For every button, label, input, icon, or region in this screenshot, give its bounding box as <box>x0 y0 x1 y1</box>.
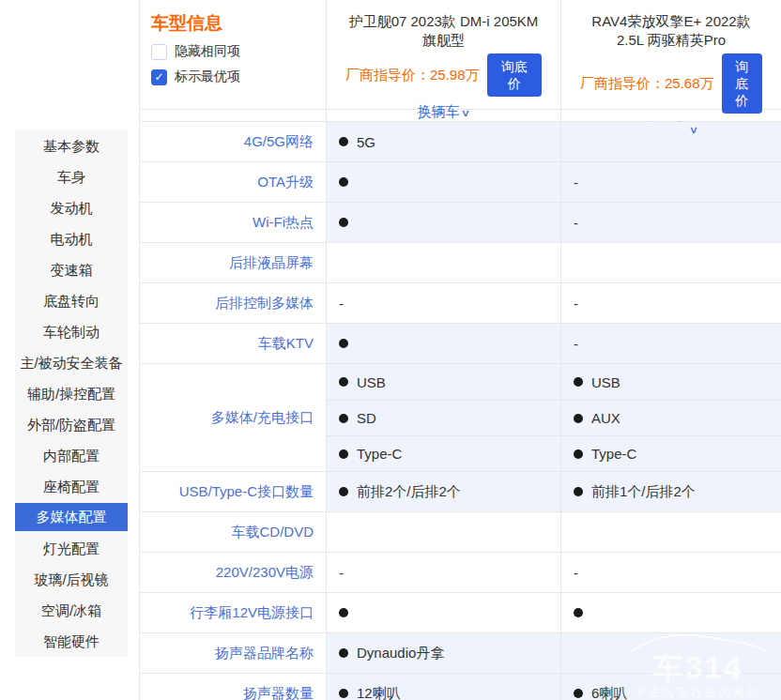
spec-value-cell: 12喇叭 <box>327 674 561 700</box>
bullet-dot-icon <box>339 414 348 423</box>
spec-value-cell <box>327 162 561 202</box>
spec-row-label[interactable]: 4G/5G网络 <box>140 122 327 161</box>
spec-value-cell <box>327 512 561 552</box>
bullet-dot-icon <box>339 177 348 187</box>
spec-row: 多媒体/充电接口USBSDType-CUSBAUXType-C <box>140 364 781 472</box>
spec-row: OTA升级- <box>140 162 781 203</box>
spec-value-cell: - <box>561 553 781 592</box>
spec-value-cell <box>561 633 781 673</box>
spec-value-cell <box>561 122 781 161</box>
checkbox-icon[interactable]: ✓ <box>151 44 167 60</box>
inquiry-price-button[interactable]: 询底价 <box>487 53 542 97</box>
spec-row-label[interactable]: 行李厢12V电源接口 <box>140 593 327 632</box>
hide-same-items-checkbox[interactable]: ✓ 隐藏相同项 <box>151 43 314 60</box>
spec-value-cell: USB <box>327 364 561 400</box>
spec-value-text: - <box>574 215 578 231</box>
sidebar-item-0[interactable]: 基本参数 <box>15 130 128 161</box>
sidebar-item-9[interactable]: 外部/防盗配置 <box>15 409 128 440</box>
sidebar-item-11[interactable]: 座椅配置 <box>15 471 128 502</box>
chevron-down-icon: ∨ <box>461 107 470 119</box>
category-sidebar: 基本参数车身发动机电动机变速箱底盘转向车轮制动主/被动安全装备辅助/操控配置外部… <box>15 130 128 657</box>
spec-value-text: - <box>574 296 578 312</box>
car-name: RAV4荣放双擎E+ 2022款 2.5L 两驱精英Pro <box>580 12 762 50</box>
spec-row: 车载CD/DVD <box>140 512 781 553</box>
bullet-dot-icon <box>339 449 348 459</box>
spec-row: 行李厢12V电源接口 <box>140 593 781 633</box>
mark-best-items-checkbox[interactable]: ✓ 标示最优项 <box>151 68 314 85</box>
spec-row-label[interactable]: Wi-Fi热点 <box>140 203 327 242</box>
spec-row: USB/Type-C接口数量前排2个/后排2个前排1个/后排2个 <box>140 472 781 512</box>
sidebar-item-13[interactable]: 灯光配置 <box>15 533 128 564</box>
spec-value-cell: AUX <box>561 400 781 435</box>
spec-value-text: Type-C <box>357 446 402 462</box>
bullet-dot-icon <box>339 137 348 146</box>
sidebar-item-7[interactable]: 主/被动安全装备 <box>15 347 128 378</box>
spec-value-cell <box>327 203 561 242</box>
spec-row-label[interactable]: 后排控制多媒体 <box>140 283 327 323</box>
spec-row-label[interactable]: 多媒体/充电接口 <box>140 364 327 471</box>
spec-value-text: AUX <box>591 410 620 426</box>
sidebar-item-1[interactable]: 车身 <box>15 161 128 192</box>
spec-value-text: 前排2个/后排2个 <box>357 483 461 501</box>
spec-row-label[interactable]: 220V/230V电源 <box>140 553 327 592</box>
sidebar-item-3[interactable]: 电动机 <box>15 223 128 254</box>
bullet-dot-icon <box>574 449 583 459</box>
spec-value-cell <box>561 243 781 282</box>
bullet-dot-icon <box>339 377 348 387</box>
bullet-dot-icon <box>574 487 583 496</box>
spec-value-cell <box>327 243 561 282</box>
spec-value-text: 12喇叭 <box>357 685 401 700</box>
spec-value-cell: USB <box>561 364 781 400</box>
spec-row: 扬声器数量12喇叭6喇叭 <box>140 674 781 700</box>
spec-row: Wi-Fi热点- <box>140 203 781 243</box>
bullet-dot-icon <box>339 339 348 348</box>
spec-value-cell: SD <box>327 400 561 435</box>
spec-row-label[interactable]: 车载CD/DVD <box>140 512 327 552</box>
spec-row-label[interactable]: 后排液晶屏幕 <box>140 243 327 282</box>
sidebar-item-10[interactable]: 内部配置 <box>15 440 128 471</box>
spec-value-cell: - <box>327 553 561 592</box>
comparison-table: 车型信息 ✓ 隐藏相同项 ✓ 标示最优项 护卫舰07 2023款 DM-i 20… <box>139 0 781 700</box>
spec-row: 扬声器品牌名称Dynaudio丹拿 <box>140 633 781 674</box>
checkbox-icon[interactable]: ✓ <box>151 69 167 85</box>
sidebar-item-12[interactable]: 多媒体配置 <box>15 503 128 531</box>
sidebar-item-5[interactable]: 底盘转向 <box>15 285 128 316</box>
spec-row: 后排液晶屏幕 <box>140 243 781 283</box>
spec-value-text: Type-C <box>591 446 636 462</box>
spec-value-cell: Type-C <box>327 435 561 471</box>
inquiry-price-button[interactable]: 询底价 <box>722 53 762 114</box>
spec-value-text: - <box>574 336 578 352</box>
guide-price: 厂商指导价：25.68万 <box>580 75 714 93</box>
table-header: 车型信息 ✓ 隐藏相同项 ✓ 标示最优项 护卫舰07 2023款 DM-i 20… <box>140 0 781 110</box>
spec-row-label[interactable]: USB/Type-C接口数量 <box>140 472 327 511</box>
bullet-dot-icon <box>574 689 583 698</box>
spec-value-cell: 前排1个/后排2个 <box>561 472 781 511</box>
spec-row-label[interactable]: 扬声器数量 <box>140 674 327 700</box>
sidebar-item-15[interactable]: 空调/冰箱 <box>15 595 128 626</box>
car-spec-comparison-page: 基本参数车身发动机电动机变速箱底盘转向车轮制动主/被动安全装备辅助/操控配置外部… <box>0 0 781 700</box>
sidebar-item-2[interactable]: 发动机 <box>15 192 128 223</box>
chevron-down-icon: ∨ <box>689 124 698 136</box>
spec-value-text: - <box>574 565 578 581</box>
car-name: 护卫舰07 2023款 DM-i 205KM 旗舰型 <box>345 12 542 50</box>
sidebar-item-16[interactable]: 智能硬件 <box>15 626 128 657</box>
spec-value-text: 6喇叭 <box>591 685 627 700</box>
bullet-dot-icon <box>339 487 348 496</box>
spec-row-label[interactable]: 扬声器品牌名称 <box>140 633 327 673</box>
checkbox-label: 标示最优项 <box>175 68 240 85</box>
bullet-dot-icon <box>339 648 348 658</box>
bullet-dot-icon <box>339 608 348 617</box>
sidebar-item-8[interactable]: 辅助/操控配置 <box>15 378 128 409</box>
spec-row-label[interactable]: 车载KTV <box>140 324 327 363</box>
spec-row-label[interactable]: OTA升级 <box>140 162 327 202</box>
sidebar-item-4[interactable]: 变速箱 <box>15 254 128 285</box>
spec-value-cell <box>561 512 781 552</box>
spec-value-cell: 6喇叭 <box>561 674 781 700</box>
sidebar-item-14[interactable]: 玻璃/后视镜 <box>15 564 128 595</box>
bullet-dot-icon <box>574 608 583 617</box>
spec-row: 后排控制多媒体-- <box>140 283 781 324</box>
bullet-dot-icon <box>574 377 583 387</box>
sidebar-item-6[interactable]: 车轮制动 <box>15 316 128 347</box>
spec-value-cell: 5G <box>327 122 561 161</box>
spec-value-cell: 前排2个/后排2个 <box>327 472 561 511</box>
